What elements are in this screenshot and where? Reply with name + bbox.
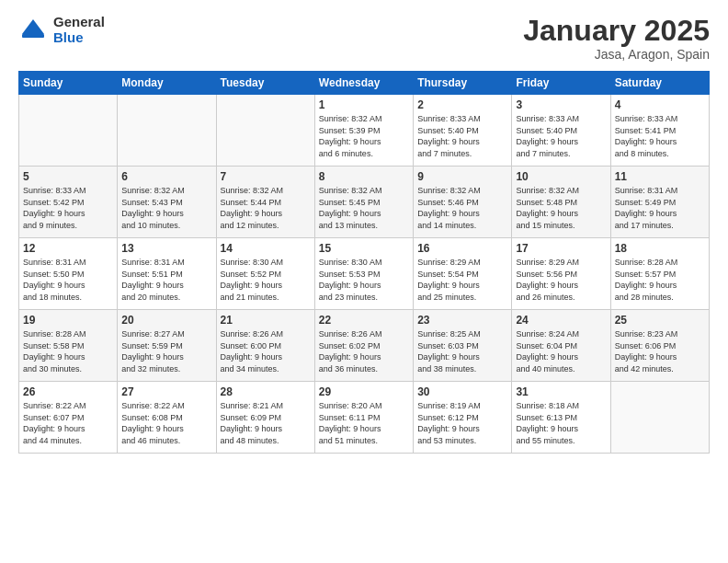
calendar-cell: 21Sunrise: 8:26 AM Sunset: 6:00 PM Dayli… <box>216 310 314 382</box>
calendar-cell: 4Sunrise: 8:33 AM Sunset: 5:41 PM Daylig… <box>610 95 709 167</box>
day-info: Sunrise: 8:26 AM Sunset: 6:00 PM Dayligh… <box>221 328 311 374</box>
day-info: Sunrise: 8:22 AM Sunset: 6:08 PM Dayligh… <box>121 400 211 446</box>
day-info: Sunrise: 8:31 AM Sunset: 5:51 PM Dayligh… <box>121 257 211 303</box>
calendar-cell: 26Sunrise: 8:22 AM Sunset: 6:07 PM Dayli… <box>19 382 118 454</box>
day-number: 10 <box>516 170 606 183</box>
page: General Blue January 2025 Jasa, Aragon, … <box>0 0 728 563</box>
weekday-header: Sunday <box>19 72 118 95</box>
logo-icon <box>18 16 48 45</box>
logo-blue-label: Blue <box>53 30 105 46</box>
calendar-week-row: 19Sunrise: 8:28 AM Sunset: 5:58 PM Dayli… <box>19 310 710 382</box>
day-number: 29 <box>319 385 409 398</box>
month-title: January 2025 <box>523 15 710 47</box>
calendar-cell: 25Sunrise: 8:23 AM Sunset: 6:06 PM Dayli… <box>610 310 709 382</box>
day-number: 6 <box>121 170 211 183</box>
calendar-cell <box>610 382 709 454</box>
calendar-cell: 1Sunrise: 8:32 AM Sunset: 5:39 PM Daylig… <box>314 95 413 167</box>
day-number: 22 <box>319 314 409 327</box>
calendar-cell: 3Sunrise: 8:33 AM Sunset: 5:40 PM Daylig… <box>512 95 610 167</box>
calendar-cell: 27Sunrise: 8:22 AM Sunset: 6:08 PM Dayli… <box>118 382 216 454</box>
day-info: Sunrise: 8:32 AM Sunset: 5:43 PM Dayligh… <box>121 185 211 231</box>
calendar: SundayMondayTuesdayWednesdayThursdayFrid… <box>18 71 710 454</box>
day-info: Sunrise: 8:32 AM Sunset: 5:46 PM Dayligh… <box>417 185 507 231</box>
day-number: 23 <box>417 314 507 327</box>
weekday-header: Tuesday <box>216 72 314 95</box>
day-number: 26 <box>23 385 113 398</box>
day-info: Sunrise: 8:33 AM Sunset: 5:41 PM Dayligh… <box>615 113 705 159</box>
calendar-cell: 12Sunrise: 8:31 AM Sunset: 5:50 PM Dayli… <box>19 238 118 310</box>
day-number: 24 <box>516 314 606 327</box>
day-number: 13 <box>121 242 211 255</box>
day-info: Sunrise: 8:32 AM Sunset: 5:39 PM Dayligh… <box>319 113 409 159</box>
day-info: Sunrise: 8:29 AM Sunset: 5:56 PM Dayligh… <box>516 257 606 303</box>
day-info: Sunrise: 8:33 AM Sunset: 5:40 PM Dayligh… <box>417 113 507 159</box>
day-number: 8 <box>319 170 409 183</box>
day-info: Sunrise: 8:31 AM Sunset: 5:49 PM Dayligh… <box>615 185 705 231</box>
calendar-cell: 14Sunrise: 8:30 AM Sunset: 5:52 PM Dayli… <box>216 238 314 310</box>
calendar-cell <box>19 95 118 167</box>
weekday-header: Friday <box>512 72 610 95</box>
calendar-cell: 15Sunrise: 8:30 AM Sunset: 5:53 PM Dayli… <box>314 238 413 310</box>
title-block: January 2025 Jasa, Aragon, Spain <box>523 15 710 62</box>
calendar-cell: 11Sunrise: 8:31 AM Sunset: 5:49 PM Dayli… <box>610 167 709 238</box>
calendar-cell: 22Sunrise: 8:26 AM Sunset: 6:02 PM Dayli… <box>314 310 413 382</box>
day-number: 19 <box>23 314 113 327</box>
calendar-cell: 24Sunrise: 8:24 AM Sunset: 6:04 PM Dayli… <box>512 310 610 382</box>
logo-text: General Blue <box>53 15 105 45</box>
calendar-cell: 7Sunrise: 8:32 AM Sunset: 5:44 PM Daylig… <box>216 167 314 238</box>
day-number: 25 <box>615 314 705 327</box>
location-subtitle: Jasa, Aragon, Spain <box>523 47 710 62</box>
calendar-cell: 17Sunrise: 8:29 AM Sunset: 5:56 PM Dayli… <box>512 238 610 310</box>
day-number: 21 <box>221 314 311 327</box>
day-number: 9 <box>417 170 507 183</box>
day-number: 3 <box>516 98 606 111</box>
day-number: 20 <box>121 314 211 327</box>
day-number: 27 <box>121 385 211 398</box>
day-info: Sunrise: 8:22 AM Sunset: 6:07 PM Dayligh… <box>23 400 113 446</box>
weekday-header: Monday <box>118 72 216 95</box>
day-number: 11 <box>615 170 705 183</box>
day-info: Sunrise: 8:26 AM Sunset: 6:02 PM Dayligh… <box>319 328 409 374</box>
day-info: Sunrise: 8:31 AM Sunset: 5:50 PM Dayligh… <box>23 257 113 303</box>
day-number: 4 <box>615 98 705 111</box>
calendar-week-row: 26Sunrise: 8:22 AM Sunset: 6:07 PM Dayli… <box>19 382 710 454</box>
logo-general-label: General <box>53 15 105 30</box>
day-number: 30 <box>417 385 507 398</box>
calendar-cell: 29Sunrise: 8:20 AM Sunset: 6:11 PM Dayli… <box>314 382 413 454</box>
weekday-header: Thursday <box>414 72 512 95</box>
day-number: 12 <box>23 242 113 255</box>
day-info: Sunrise: 8:29 AM Sunset: 5:54 PM Dayligh… <box>417 257 507 303</box>
calendar-cell: 8Sunrise: 8:32 AM Sunset: 5:45 PM Daylig… <box>314 167 413 238</box>
calendar-cell <box>216 95 314 167</box>
day-info: Sunrise: 8:32 AM Sunset: 5:48 PM Dayligh… <box>516 185 606 231</box>
calendar-cell: 28Sunrise: 8:21 AM Sunset: 6:09 PM Dayli… <box>216 382 314 454</box>
calendar-cell: 30Sunrise: 8:19 AM Sunset: 6:12 PM Dayli… <box>414 382 512 454</box>
day-info: Sunrise: 8:30 AM Sunset: 5:53 PM Dayligh… <box>319 257 409 303</box>
day-number: 16 <box>417 242 507 255</box>
calendar-week-row: 5Sunrise: 8:33 AM Sunset: 5:42 PM Daylig… <box>19 167 710 238</box>
day-number: 31 <box>516 385 606 398</box>
calendar-cell: 18Sunrise: 8:28 AM Sunset: 5:57 PM Dayli… <box>610 238 709 310</box>
calendar-cell: 13Sunrise: 8:31 AM Sunset: 5:51 PM Dayli… <box>118 238 216 310</box>
calendar-cell: 19Sunrise: 8:28 AM Sunset: 5:58 PM Dayli… <box>19 310 118 382</box>
svg-rect-1 <box>22 34 44 38</box>
day-info: Sunrise: 8:33 AM Sunset: 5:42 PM Dayligh… <box>23 185 113 231</box>
weekday-header: Saturday <box>610 72 709 95</box>
day-number: 2 <box>417 98 507 111</box>
day-number: 14 <box>221 242 311 255</box>
day-info: Sunrise: 8:28 AM Sunset: 5:57 PM Dayligh… <box>615 257 705 303</box>
day-info: Sunrise: 8:32 AM Sunset: 5:44 PM Dayligh… <box>221 185 311 231</box>
logo: General Blue <box>18 15 105 45</box>
day-info: Sunrise: 8:25 AM Sunset: 6:03 PM Dayligh… <box>417 328 507 374</box>
day-info: Sunrise: 8:23 AM Sunset: 6:06 PM Dayligh… <box>615 328 705 374</box>
calendar-cell <box>118 95 216 167</box>
calendar-cell: 9Sunrise: 8:32 AM Sunset: 5:46 PM Daylig… <box>414 167 512 238</box>
day-info: Sunrise: 8:33 AM Sunset: 5:40 PM Dayligh… <box>516 113 606 159</box>
calendar-header-row: SundayMondayTuesdayWednesdayThursdayFrid… <box>19 72 710 95</box>
day-info: Sunrise: 8:28 AM Sunset: 5:58 PM Dayligh… <box>23 328 113 374</box>
calendar-cell: 31Sunrise: 8:18 AM Sunset: 6:13 PM Dayli… <box>512 382 610 454</box>
calendar-cell: 23Sunrise: 8:25 AM Sunset: 6:03 PM Dayli… <box>414 310 512 382</box>
calendar-cell: 16Sunrise: 8:29 AM Sunset: 5:54 PM Dayli… <box>414 238 512 310</box>
day-number: 5 <box>23 170 113 183</box>
day-info: Sunrise: 8:24 AM Sunset: 6:04 PM Dayligh… <box>516 328 606 374</box>
